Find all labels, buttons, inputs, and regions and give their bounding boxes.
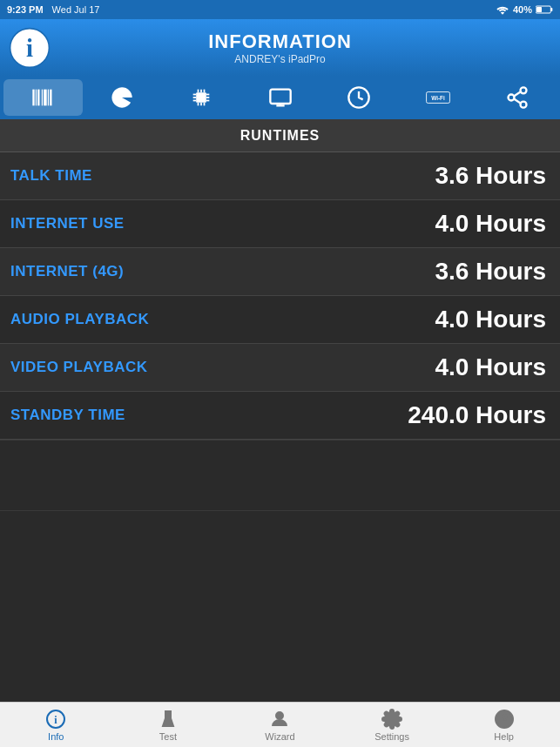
wifi-tab-icon: Wi-Fi: [426, 85, 450, 110]
status-bar: 9:23 PM Wed Jul 17 40%: [0, 0, 560, 19]
bottom-tab-label-test: Test: [159, 731, 177, 742]
status-time: 9:23 PM: [7, 4, 44, 15]
runtime-label: INTERNET (4G): [0, 263, 331, 280]
table-row: INTERNET (4G) 3.6 Hours: [0, 248, 560, 296]
wizard-icon: [269, 709, 290, 730]
nav-tabs: Wi-Fi: [0, 76, 560, 119]
table-row: STANDBY TIME 240.0 Hours: [0, 392, 560, 440]
table-row: TALK TIME 3.6 Hours: [0, 152, 560, 200]
table-row: INTERNET USE 4.0 Hours: [0, 200, 560, 248]
svg-rect-8: [42, 90, 43, 106]
header-title: INFORMATION: [208, 30, 352, 53]
runtime-label: AUDIO PLAYBACK: [0, 311, 331, 328]
runtime-value: 4.0 Hours: [331, 306, 560, 333]
runtime-value: 240.0 Hours: [331, 401, 560, 429]
wifi-icon: [496, 4, 509, 15]
divider-line: [0, 510, 560, 511]
info-circle-icon: i: [9, 27, 51, 69]
display-icon: [268, 85, 293, 110]
status-date: Wed Jul 17: [52, 4, 100, 15]
settings-icon: [381, 709, 402, 730]
svg-rect-10: [48, 90, 49, 106]
empty-area: [0, 440, 560, 657]
svg-rect-6: [36, 90, 37, 106]
battery-icon: [536, 4, 553, 15]
section-title: RUNTIMES: [240, 128, 320, 144]
svg-rect-25: [270, 90, 290, 104]
svg-point-37: [276, 712, 283, 719]
chip-icon: [189, 85, 213, 110]
svg-line-34: [514, 99, 521, 104]
barcode-icon: [30, 85, 55, 110]
svg-text:Wi-Fi: Wi-Fi: [431, 95, 445, 101]
bottom-tab-bar: i Info Test Wizard Settings Help: [0, 702, 560, 747]
test-icon: [158, 709, 179, 730]
runtime-label: VIDEO PLAYBACK: [0, 359, 331, 376]
runtimes-table: TALK TIME 3.6 Hours INTERNET USE 4.0 Hou…: [0, 152, 560, 440]
nav-tab-pie[interactable]: [83, 79, 162, 116]
bottom-tab-info[interactable]: i Info: [0, 709, 112, 742]
help-icon: [494, 709, 515, 730]
nav-tab-chip[interactable]: [161, 79, 240, 116]
bottom-tab-label-wizard: Wizard: [265, 731, 294, 742]
nav-tab-wifi[interactable]: Wi-Fi: [399, 79, 478, 116]
info-icon: i: [45, 709, 66, 730]
runtime-label: INTERNET USE: [0, 215, 331, 232]
svg-text:i: i: [55, 714, 58, 726]
bottom-tab-test[interactable]: Test: [112, 709, 225, 742]
status-right: 40%: [496, 4, 553, 15]
header-subtitle: ANDREY's iPadPro: [208, 53, 352, 65]
runtime-value: 3.6 Hours: [331, 258, 560, 286]
svg-rect-1: [550, 8, 552, 11]
bottom-tab-label-help: Help: [494, 731, 514, 742]
runtime-label: STANDBY TIME: [0, 407, 331, 424]
bottom-tab-help[interactable]: Help: [448, 709, 560, 742]
share-icon: [505, 85, 530, 110]
table-row: AUDIO PLAYBACK 4.0 Hours: [0, 296, 560, 344]
nav-tab-display[interactable]: [240, 79, 320, 116]
svg-rect-7: [38, 90, 40, 106]
svg-rect-12: [196, 92, 206, 103]
table-row: VIDEO PLAYBACK 4.0 Hours: [0, 344, 560, 392]
pie-chart-icon: [110, 85, 134, 110]
nav-tab-share[interactable]: [477, 79, 557, 116]
header-text: INFORMATION ANDREY's iPadPro: [208, 30, 352, 65]
svg-rect-11: [51, 90, 52, 106]
runtime-value: 4.0 Hours: [331, 210, 560, 238]
status-left: 9:23 PM Wed Jul 17: [7, 4, 99, 15]
nav-tab-barcode[interactable]: [3, 79, 83, 116]
section-header: RUNTIMES: [0, 119, 560, 152]
runtime-value: 4.0 Hours: [331, 353, 560, 381]
svg-line-33: [514, 91, 521, 96]
svg-text:i: i: [26, 33, 33, 61]
nav-tab-history[interactable]: [320, 79, 399, 116]
svg-rect-9: [44, 90, 47, 106]
runtime-value: 3.6 Hours: [331, 162, 560, 190]
svg-rect-2: [536, 7, 542, 12]
battery-percent: 40%: [513, 4, 532, 15]
svg-rect-5: [33, 90, 35, 106]
bottom-tab-label-info: Info: [48, 731, 64, 742]
history-icon: [347, 85, 371, 110]
header: i INFORMATION ANDREY's iPadPro: [0, 19, 560, 76]
bottom-tab-wizard[interactable]: Wizard: [224, 709, 336, 742]
bottom-tab-label-settings: Settings: [374, 731, 409, 742]
bottom-tab-settings[interactable]: Settings: [336, 709, 449, 742]
runtime-label: TALK TIME: [0, 167, 331, 185]
